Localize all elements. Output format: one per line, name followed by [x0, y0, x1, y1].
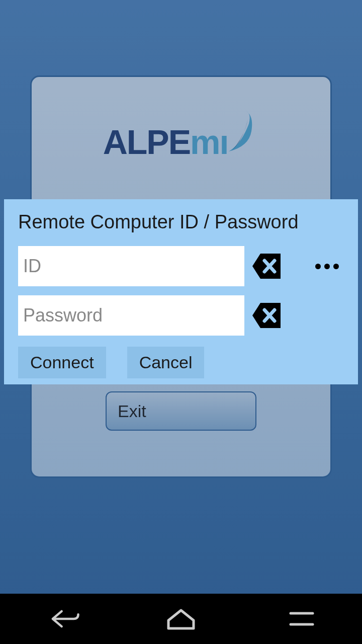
id-input-row [18, 246, 344, 286]
logo-swoosh-icon [224, 109, 259, 154]
clear-password-icon[interactable] [252, 303, 281, 328]
back-icon[interactable] [40, 606, 80, 631]
dialog-title: Remote Computer ID / Password [18, 211, 344, 233]
more-options-icon[interactable] [315, 264, 339, 269]
logo-part-mi: mı [190, 122, 228, 162]
clear-id-icon[interactable] [252, 254, 281, 279]
exit-button-label: Exit [118, 401, 146, 421]
home-icon[interactable] [161, 606, 201, 631]
connect-button[interactable]: Connect [18, 347, 106, 378]
exit-button[interactable]: Exit [106, 391, 256, 431]
password-input-row [18, 295, 344, 336]
id-input[interactable] [18, 246, 244, 286]
app-logo: ALPEmı [47, 92, 315, 178]
logo-text: ALPEmı [103, 109, 259, 162]
dialog-button-row: Connect Cancel [18, 347, 344, 378]
cancel-button[interactable]: Cancel [127, 347, 205, 378]
app-screen: ALPEmı Exit Remote Computer ID / Passwor… [0, 0, 362, 644]
connect-dialog: Remote Computer ID / Password [4, 199, 358, 384]
password-input[interactable] [18, 295, 244, 336]
recent-apps-icon[interactable] [282, 606, 322, 631]
android-nav-bar [0, 594, 362, 644]
logo-part-alpe: ALPE [103, 122, 190, 162]
